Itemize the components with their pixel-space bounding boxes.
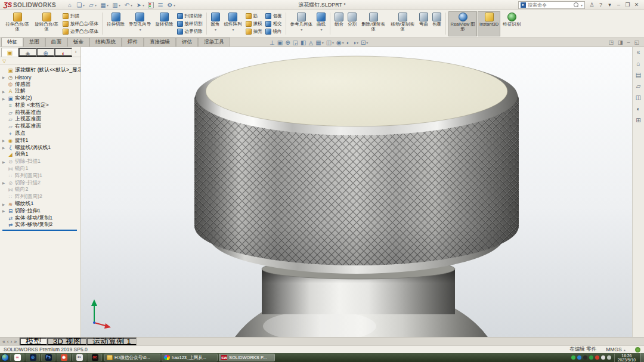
hide-show-items-button[interactable]: ◉▾ (336, 39, 344, 46)
tree-item-chamfer1[interactable]: ◢倒角1 (1, 151, 80, 159)
tab-direct-editing[interactable]: 直接编辑 (144, 38, 176, 47)
delete-keep-body-button[interactable]: 删除/保留实体 (359, 11, 388, 36)
swept-boss-button[interactable]: 扫描 (61, 13, 100, 20)
boundary-cut-button[interactable]: 边界切除 (176, 28, 204, 35)
tab-scroll-0-button[interactable]: « (2, 339, 5, 345)
move-copy-body-button[interactable]: 移动/复制实体 (388, 11, 417, 36)
previous-view-button[interactable]: ◲ (293, 39, 298, 46)
tray-volume-icon[interactable] (601, 355, 605, 360)
pane-tab-icon[interactable]: ◨ (618, 39, 623, 45)
cut-sweep1-expand-arrow-icon[interactable]: ▶ (1, 160, 6, 164)
task-pane-collapse-tab[interactable]: « (637, 49, 640, 55)
tree-item-mirror1[interactable]: ⋈镜向1 (1, 165, 80, 172)
tree-item-cut-sweep1[interactable]: ▶⊘切除-扫描1 (1, 158, 80, 165)
apply-scene-button[interactable]: ◑▾ (352, 39, 358, 46)
start-button[interactable] (1, 354, 9, 361)
swept-cut-button[interactable]: 扫描切除 (176, 13, 204, 20)
wrap-button[interactable]: 包覆 (264, 13, 283, 20)
design-library-tab[interactable]: ▤ (636, 72, 641, 78)
media-app-taskbar-button[interactable]: ◉ (57, 354, 71, 361)
tree-item-material[interactable]: ≡材质 <未指定> (1, 102, 80, 109)
tree-item-origin[interactable]: ⌖原点 (1, 130, 80, 137)
pane-fullscreen-icon[interactable]: ◱ (634, 39, 639, 45)
tree-root-item[interactable]: ▣滚花螺钉 (默认<<默认>_显示状态 1>) (1, 67, 80, 74)
extruded-boss-button[interactable]: 拉伸凸台/基体 (3, 11, 32, 36)
solid-bodies-expand-arrow-icon[interactable]: ▶ (1, 97, 6, 101)
tree-item-front-plane[interactable]: ▱前视基准面 (1, 109, 80, 116)
login-button[interactable]: ♙ (587, 1, 596, 10)
tree-item-body-move-copy1[interactable]: ⇄实体-移动/复制1 (1, 215, 80, 222)
rebuild-button[interactable] (147, 1, 155, 10)
tree-item-cut-sweep2[interactable]: ▶⊘切除-扫描2 (1, 180, 80, 187)
tab-weldments[interactable]: 焊件 (122, 38, 144, 47)
tree-item-annotations[interactable]: ▶A注解 (1, 88, 80, 95)
dynamic-annotation-views-button[interactable]: ◬ (308, 39, 313, 46)
cut-extrude1-expand-arrow-icon[interactable]: ▶ (1, 209, 6, 213)
taskbar-clock[interactable]: 16:26 2023/5/10 (614, 354, 639, 362)
display-style-button[interactable]: ◫▾ (326, 39, 334, 46)
fillet-button[interactable]: 圆角▾ (209, 11, 222, 36)
configurationmanager-tab[interactable]: ⊕ (36, 48, 54, 57)
help-caret-button[interactable]: ▾ (605, 1, 614, 10)
file-explorer-tab[interactable]: ▱ (636, 83, 641, 89)
reference-geometry-button[interactable]: 参考几何体▾ (289, 11, 315, 36)
knob-top-face[interactable] (206, 56, 507, 126)
save-button[interactable]: ▦▾ (99, 1, 110, 10)
combine-button[interactable]: 组合 (333, 11, 345, 36)
model-tab-model[interactable]: 模型 (20, 338, 47, 345)
zoom-to-fit-button[interactable]: ▣ (277, 39, 283, 46)
open-button[interactable]: ▱▾ (87, 1, 98, 10)
options-button[interactable]: ⚙▾ (166, 1, 177, 10)
tray-network-icon[interactable] (607, 355, 611, 360)
video-app-taskbar-button[interactable]: oc (88, 354, 102, 361)
edit-appearance-button[interactable]: ◐ (346, 39, 350, 46)
file-properties-button[interactable]: ☰ (156, 1, 165, 10)
tray-antivirus-icon[interactable] (589, 355, 593, 360)
lofted-cut-button[interactable]: 放样切割 (176, 20, 204, 27)
tree-item-sensors[interactable]: ◎传感器 (1, 81, 80, 88)
tree-item-revolve1[interactable]: ▶◉旋转1 (1, 137, 80, 144)
mirror-button[interactable]: 镜向 (264, 28, 283, 35)
tray-alert-icon[interactable] (595, 355, 599, 360)
view-palette-tab[interactable]: ◫ (636, 94, 641, 101)
select-button[interactable]: ➤▾ (135, 1, 145, 10)
lofted-boss-button[interactable]: 放样凸台/基体 (61, 20, 100, 27)
pane-split-icon[interactable]: ◳ (608, 39, 614, 45)
custom-properties-tab[interactable]: ⊞ (636, 117, 640, 123)
helix-spiral1-expand-arrow-icon[interactable]: ▶ (1, 146, 6, 150)
screenshot-tool-taskbar-button[interactable]: ✂ (72, 354, 86, 361)
model-tab-motion-study-1[interactable]: 运动算例 1 (86, 338, 136, 345)
intersect-button[interactable]: 相交 (264, 20, 283, 27)
knurled-knob-model[interactable] (81, 47, 632, 337)
restore-button[interactable]: ❐ (623, 1, 632, 10)
revolved-boss-button[interactable]: 旋转凸台/基体 (32, 11, 61, 36)
photoshop-taskbar-button[interactable]: Ps (41, 354, 55, 361)
browser-dark-taskbar-button[interactable]: ◎ (26, 354, 40, 361)
draft-button[interactable]: 拔模 (244, 20, 264, 27)
tab-scroll-2-button[interactable]: › (11, 339, 13, 345)
tab-evaluate[interactable]: 评估 (176, 38, 198, 47)
browser-360-taskbar-button[interactable]: ∞ (10, 354, 24, 361)
flex-button[interactable]: 弯曲 (417, 11, 430, 36)
section-view-button[interactable]: ◧ (301, 39, 306, 46)
hole-wizard-button[interactable]: 异型孔向导▾ (127, 11, 153, 36)
boundary-boss-button[interactable]: 边界凸台/基体 (61, 28, 100, 35)
command-search[interactable]: ▸ ▾ (518, 1, 585, 9)
history-expand-arrow-icon[interactable]: ▶ (1, 75, 6, 79)
thread1-expand-arrow-icon[interactable]: ▶ (1, 202, 6, 206)
tree-item-top-plane[interactable]: ▱上视基准面 (1, 116, 80, 123)
tab-surfaces[interactable]: 曲面 (45, 38, 67, 47)
tab-render-tools[interactable]: 渲染工具 (198, 38, 230, 47)
tab-sketch[interactable]: 草图 (23, 38, 45, 47)
search-icon[interactable] (574, 2, 578, 7)
instant3d-button[interactable]: Instant3D (478, 11, 500, 36)
wrap-body-button[interactable]: 包覆 (431, 11, 443, 36)
revolved-cut-button[interactable]: 旋转切除 (154, 11, 175, 36)
tray-safety-icon[interactable] (571, 355, 575, 360)
tab-scroll-3-button[interactable]: » (14, 339, 17, 345)
undo-button[interactable]: ↶▾ (123, 1, 134, 10)
model-tab-3d-views[interactable]: 3D 视图 (47, 338, 86, 345)
tree-item-history[interactable]: ▶◷History (1, 74, 80, 81)
tab-features[interactable]: 特征 (1, 38, 23, 47)
home-button[interactable]: ⌂ (66, 1, 74, 10)
